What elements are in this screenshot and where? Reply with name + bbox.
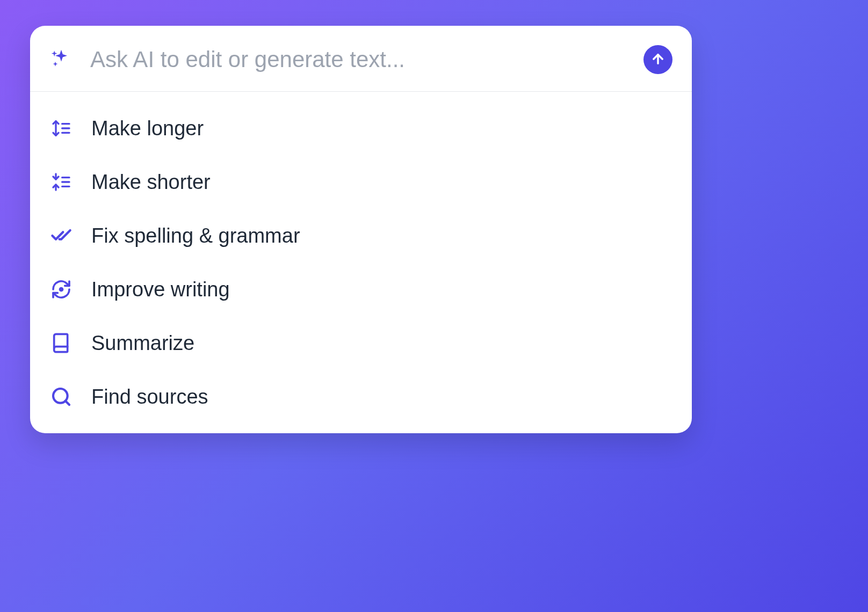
expand-lines-icon [49,116,73,140]
ai-menu-list: Make longer Make shorter [30,92,692,433]
refresh-icon [49,278,73,301]
ai-input-row [30,26,692,92]
arrow-up-icon [650,52,666,68]
menu-item-label: Find sources [91,385,208,409]
svg-line-8 [66,401,69,405]
menu-item-label: Improve writing [91,278,230,301]
menu-item-make-shorter[interactable]: Make shorter [30,155,692,209]
menu-item-label: Summarize [91,332,194,355]
menu-item-find-sources[interactable]: Find sources [30,370,692,424]
ai-prompt-input[interactable] [90,47,626,72]
svg-point-6 [60,288,63,291]
menu-item-label: Make shorter [91,171,211,194]
menu-item-improve-writing[interactable]: Improve writing [30,263,692,316]
menu-item-make-longer[interactable]: Make longer [30,101,692,155]
collapse-lines-icon [49,170,73,194]
menu-item-label: Fix spelling & grammar [91,224,300,247]
book-icon [49,331,73,355]
search-icon [49,385,73,409]
double-check-icon [49,224,73,247]
ai-command-card: Make longer Make shorter [30,26,692,433]
submit-button[interactable] [643,45,672,74]
menu-item-summarize[interactable]: Summarize [30,316,692,370]
menu-item-fix-spelling[interactable]: Fix spelling & grammar [30,209,692,263]
sparkle-icon [49,48,73,71]
menu-item-label: Make longer [91,117,204,140]
